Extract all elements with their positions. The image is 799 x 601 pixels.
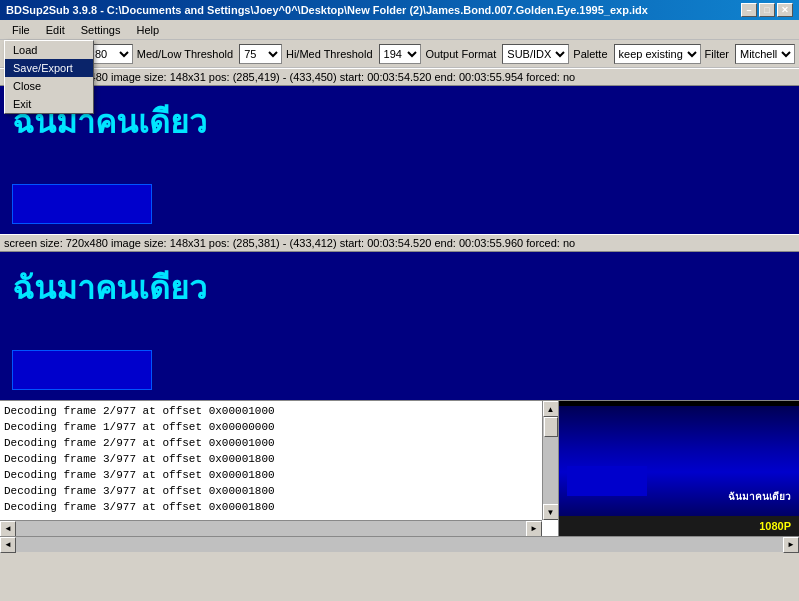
log-line-2: Decoding frame 1/977 at offset 0x0000000… [4,419,554,435]
log-line-3: Decoding frame 2/977 at offset 0x0000100… [4,435,554,451]
status-bar-top: screen size: 720x480 image size: 148x31 … [0,68,799,86]
status-bar-bottom-text: screen size: 720x480 image size: 148x31 … [4,237,575,249]
preview-blue-block [567,466,647,496]
output-format-select[interactable]: SUB/IDX [502,44,569,64]
video-blue-rect-top [12,184,152,224]
video-panel-bottom: ฉันมาคนเดียว [0,252,799,400]
scroll-thumb-vertical[interactable] [544,417,558,437]
title-bar: BDSup2Sub 3.9.8 - C:\Documents and Setti… [0,0,799,20]
preview-resolution: 1080P [759,520,791,532]
scroll-right-button[interactable]: ► [526,521,542,537]
scroll-left-button[interactable]: ◄ [0,521,16,537]
log-line-6: Decoding frame 3/977 at offset 0x0000180… [4,483,554,499]
bottom-section: Decoding frame 2/977 at offset 0x0000100… [0,400,799,536]
scroll-down-button[interactable]: ▼ [543,504,559,520]
hi-med-threshold-select[interactable]: 194 [379,44,422,64]
scroll-track-horizontal[interactable] [16,521,526,536]
log-line-1: Decoding frame 2/977 at offset 0x0000100… [4,403,554,419]
video-text-bottom: ฉันมาคนเดียว [0,252,799,323]
bottom-horizontal-scrollbar: ◄ ► [0,536,799,552]
maximize-button[interactable]: □ [759,3,775,17]
title-bar-buttons: – □ ✕ [741,3,793,17]
log-scrollbar-horizontal[interactable]: ◄ ► [0,520,542,536]
preview-sub-text: ฉันมาคนเดียว [728,489,791,504]
title-text: BDSup2Sub 3.9.8 - C:\Documents and Setti… [6,4,648,16]
palette-select[interactable]: keep existing [614,44,701,64]
menu-bar: File Edit Settings Help [0,20,799,40]
med-low-threshold-select[interactable]: 75 [239,44,282,64]
med-low-threshold-label: Med/Low Threshold [137,48,233,60]
log-line-7: Decoding frame 3/977 at offset 0x0000180… [4,499,554,515]
minimize-button[interactable]: – [741,3,757,17]
log-scrollbar-vertical[interactable]: ▲ ▼ [542,401,558,520]
scroll-up-button[interactable]: ▲ [543,401,559,417]
log-line-5: Decoding frame 3/977 at offset 0x0000180… [4,467,554,483]
log-content: Decoding frame 2/977 at offset 0x0000100… [0,401,558,517]
preview-video: ฉันมาคนเดียว [559,406,799,516]
log-area: Decoding frame 2/977 at offset 0x0000100… [0,401,559,536]
menu-load[interactable]: Load [5,41,93,59]
bottom-scroll-right-button[interactable]: ► [783,537,799,553]
hi-med-threshold-label: Hi/Med Threshold [286,48,373,60]
menu-exit[interactable]: Exit [5,95,93,113]
bottom-scroll-left-button[interactable]: ◄ [0,537,16,553]
preview-panel: ฉันมาคนเดียว 1080P [559,401,799,536]
scroll-track-vertical[interactable] [543,417,558,504]
video-blue-rect-bottom [12,350,152,390]
log-line-4: Decoding frame 3/977 at offset 0x0000180… [4,451,554,467]
output-format-label: Output Format [425,48,496,60]
video-text-top: ฉันมาคนเดียว [0,86,799,157]
menu-edit[interactable]: Edit [38,22,73,38]
menu-close[interactable]: Close [5,77,93,95]
close-button[interactable]: ✕ [777,3,793,17]
file-dropdown-menu: Load Save/Export Close Exit [4,40,94,114]
preview-bottom-bar: 1080P [559,516,799,536]
alpha-threshold-select[interactable]: 80 [90,44,133,64]
video-panel-top: ฉันมาคนเดียว [0,86,799,234]
filter-label: Filter [705,48,729,60]
bottom-scroll-track[interactable] [16,537,783,552]
filter-select[interactable]: Mitchell [735,44,795,64]
menu-file[interactable]: File [4,22,38,38]
menu-save-export[interactable]: Save/Export [5,59,93,77]
menu-settings[interactable]: Settings [73,22,129,38]
toolbar: Alpha Threshold 80 Med/Low Threshold 75 … [0,40,799,68]
menu-help[interactable]: Help [128,22,167,38]
palette-label: Palette [573,48,607,60]
status-bar-bottom: screen size: 720x480 image size: 148x31 … [0,234,799,252]
